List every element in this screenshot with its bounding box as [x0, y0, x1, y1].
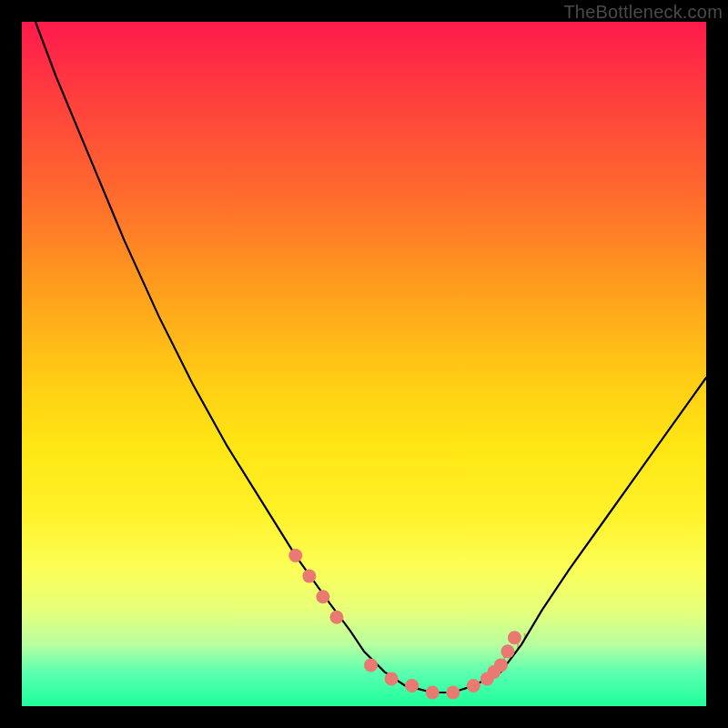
markers-group: [288, 549, 521, 699]
highlight-dot: [288, 549, 302, 562]
plot-area: [22, 22, 706, 706]
highlight-dot: [446, 685, 460, 699]
highlight-dot: [508, 631, 521, 644]
highlight-dot: [467, 679, 480, 693]
highlight-dot: [426, 685, 440, 699]
highlight-dot: [316, 590, 329, 603]
chart-frame: TheBottleneck.com: [0, 0, 728, 728]
watermark-text: TheBottleneck.com: [563, 2, 723, 23]
highlight-dot: [405, 679, 419, 693]
highlight-dot: [302, 570, 316, 583]
highlight-dot: [500, 644, 514, 658]
chart-svg: [22, 22, 706, 706]
highlight-dot: [329, 611, 343, 624]
highlight-dot: [364, 658, 378, 672]
highlight-dot: [385, 672, 399, 685]
bottleneck-curve: [35, 22, 706, 693]
highlight-dot: [494, 658, 508, 672]
